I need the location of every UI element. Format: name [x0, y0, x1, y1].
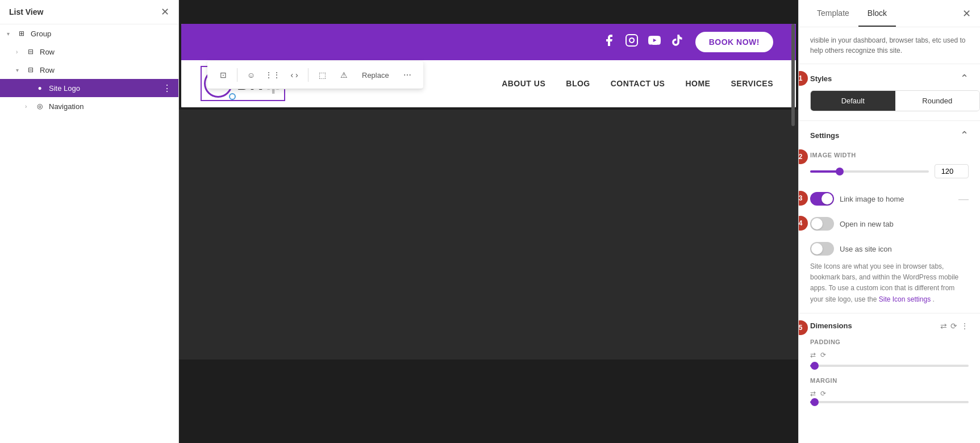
site-icon-settings-link[interactable]: Site Icon settings [879, 295, 931, 303]
social-icons [602, 34, 684, 51]
image-width-section: IMAGE WIDTH [799, 147, 980, 186]
margin-label: MARGIN [810, 377, 969, 384]
alert-button[interactable]: ⚠ [335, 66, 353, 84]
list-view-title: List View [9, 7, 43, 16]
site-navigation: ABOUT US BLOG CONTACT US HOME SERVICES [502, 79, 773, 88]
link-image-row: Link image to home — [799, 186, 980, 211]
settings-header: Settings ⌃ [799, 121, 980, 147]
style-button-group: Default Rounded [810, 90, 980, 111]
row-icon: ⊟ [25, 64, 36, 76]
facebook-icon[interactable] [602, 34, 616, 51]
nav-icon: ◎ [34, 101, 45, 112]
style-rounded-button[interactable]: Rounded [895, 91, 980, 111]
site-icon-label: Use as site icon [840, 245, 969, 253]
tab-block[interactable]: Block [858, 1, 896, 27]
margin-thumb[interactable] [811, 398, 819, 406]
toggle-knob [811, 218, 823, 229]
dimensions-header: Dimensions ⇄ ⟳ ⋮ [799, 314, 980, 336]
tree-item-row1[interactable]: › ⊟ Row [0, 43, 178, 61]
chevron-right-icon: › [16, 49, 24, 55]
tree-item-row2[interactable]: ▾ ⊟ Row [0, 61, 178, 79]
tree-item-site-logo[interactable]: › ● Site Logo ⋮ [0, 79, 178, 97]
separator [237, 68, 237, 82]
settings-collapse-button[interactable]: ⌃ [960, 129, 969, 141]
nav-about[interactable]: ABOUT US [502, 79, 545, 88]
dimensions-link-icon[interactable]: ⟳ [950, 321, 957, 331]
replace-button[interactable]: Replace [356, 66, 395, 84]
tiktok-icon[interactable] [670, 34, 684, 51]
list-view-header: List View ✕ [0, 0, 178, 24]
margin-section: MARGIN ⇄ ⟳ [799, 375, 980, 411]
group-icon: ⊞ [16, 28, 27, 39]
dimensions-more-icon[interactable]: ⋮ [961, 321, 969, 331]
open-new-tab-row: Open in new tab [799, 211, 980, 236]
top-description: visible in your dashboard, browser tabs,… [799, 27, 980, 64]
toggle-knob [821, 193, 833, 204]
padding-thumb[interactable] [811, 362, 819, 370]
open-new-tab-toggle[interactable] [810, 217, 834, 231]
right-panel-header: Template Block ✕ [799, 0, 980, 27]
nav-contact[interactable]: CONTACT US [611, 79, 665, 88]
close-panel-button[interactable]: ✕ [161, 7, 169, 17]
dimensions-section: 5 Dimensions ⇄ ⟳ ⋮ PADDING ⇄ ⟳ [799, 313, 980, 411]
image-width-label: IMAGE WIDTH [810, 152, 969, 158]
slider-thumb[interactable] [836, 168, 844, 175]
panel-tabs: Template Block [808, 1, 896, 27]
dark-content-area [179, 110, 798, 360]
site-topbar: BOOK NOW! [181, 24, 796, 60]
instagram-icon[interactable] [625, 34, 639, 51]
chevron-down-icon: ▾ [16, 67, 24, 73]
link-image-container: 3 Link image to home — [799, 186, 980, 211]
site-icon-row: Use as site icon [799, 236, 980, 261]
drag-handle-button[interactable]: ⋮⋮ [264, 66, 282, 84]
chevron-right-icon: › [25, 103, 33, 110]
image-width-input[interactable] [935, 164, 969, 178]
nav-services[interactable]: SERVICES [731, 79, 773, 88]
transform-button[interactable]: ⬚ [313, 66, 331, 84]
tab-template[interactable]: Template [808, 1, 858, 27]
open-new-tab-label: Open in new tab [840, 220, 969, 228]
style-default-button[interactable]: Default [811, 91, 895, 111]
image-width-container: 2 IMAGE WIDTH [799, 147, 980, 186]
tree-item-navigation[interactable]: › ◎ Navigation [0, 97, 178, 115]
margin-chain-icon[interactable]: ⟳ [820, 390, 826, 398]
styles-header: Styles ⌃ [810, 64, 980, 90]
site-icon-toggle[interactable] [810, 242, 834, 256]
row-icon: ⊟ [25, 46, 36, 57]
smiley-button[interactable]: ☺ [242, 66, 260, 84]
open-new-tab-container: 4 Open in new tab [799, 211, 980, 236]
link-image-label: Link image to home [840, 195, 958, 203]
margin-controls: ⇄ ⟳ [810, 390, 969, 398]
item-menu-icon[interactable]: ⋮ [162, 83, 172, 94]
dimensions-reset-icon[interactable]: ⇄ [940, 321, 947, 331]
step-badge-1: 1 [799, 71, 808, 86]
link-icon: — [958, 193, 969, 205]
padding-link-icon[interactable]: ⇄ [810, 351, 816, 359]
youtube-icon[interactable] [648, 34, 661, 51]
logo-tool-button[interactable]: ⊡ [214, 66, 232, 84]
nav-home[interactable]: HOME [685, 79, 710, 88]
margin-track[interactable] [810, 401, 969, 403]
close-right-panel-button[interactable]: ✕ [962, 7, 971, 20]
tree-item-group[interactable]: ▾ ⊞ Group [0, 24, 178, 43]
padding-track[interactable] [810, 365, 969, 367]
tree-item-label: Site Logo [49, 84, 162, 93]
tree-item-label: Navigation [49, 102, 172, 111]
more-options-button[interactable]: ⋯ [398, 66, 416, 84]
image-width-track[interactable] [810, 170, 929, 173]
chevron-down-icon: ▾ [7, 31, 15, 37]
right-panel-content: visible in your dashboard, browser tabs,… [799, 27, 980, 443]
image-width-slider-row [810, 164, 969, 178]
margin-link-icon[interactable]: ⇄ [810, 390, 816, 398]
padding-section: PADDING ⇄ ⟳ [799, 336, 980, 375]
styles-collapse-button[interactable]: ⌃ [960, 72, 969, 85]
book-now-button[interactable]: BOOK NOW! [695, 32, 773, 52]
link-image-toggle[interactable] [810, 192, 834, 206]
padding-slider-row: ⇄ ⟳ [810, 351, 969, 362]
nav-blog[interactable]: BLOG [566, 79, 590, 88]
tree-view: ▾ ⊞ Group › ⊟ Row ▾ ⊟ Row › ● Site Logo … [0, 24, 178, 115]
padding-chain-icon[interactable]: ⟳ [820, 351, 826, 359]
padding-label: PADDING [810, 338, 969, 345]
navigate-button[interactable]: ‹ › [285, 66, 303, 84]
scroll-indicator[interactable] [791, 24, 795, 126]
